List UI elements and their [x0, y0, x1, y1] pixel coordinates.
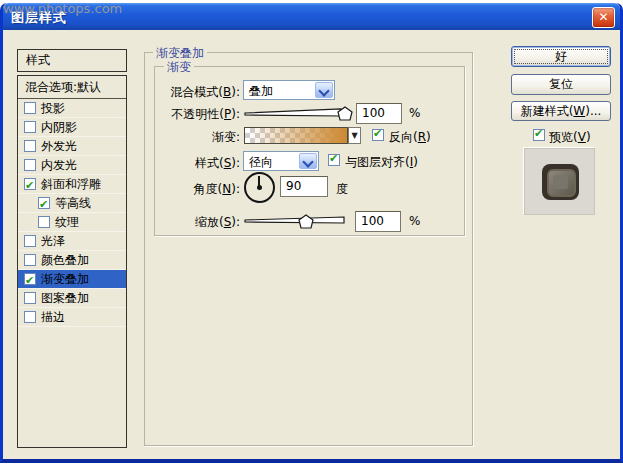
close-button[interactable]: ✕ — [592, 7, 615, 28]
sidebar-item-pattern-overlay[interactable]: 图案叠加 — [18, 289, 126, 308]
gradient-overlay-checkbox[interactable] — [24, 273, 36, 285]
scale-unit: % — [409, 214, 420, 228]
sidebar-item-label: 等高线 — [55, 196, 91, 210]
sidebar-item-gradient-overlay[interactable]: 渐变叠加 — [18, 270, 126, 289]
sidebar-item-color-overlay[interactable]: 颜色叠加 — [18, 251, 126, 270]
pattern-overlay-checkbox[interactable] — [24, 292, 36, 304]
ok-button[interactable]: 好 — [511, 46, 611, 67]
bevel-emboss-checkbox[interactable] — [24, 178, 36, 190]
sidebar-item-contour[interactable]: 等高线 — [18, 194, 126, 213]
angle-input[interactable]: 90 — [280, 176, 328, 197]
sidebar-item-label: 投影 — [41, 101, 65, 115]
sidebar-item-label: 描边 — [41, 310, 65, 324]
stroke-checkbox[interactable] — [24, 311, 36, 323]
angle-label: 角度(N): — [153, 181, 240, 198]
color-overlay-checkbox[interactable] — [24, 254, 36, 266]
outer-glow-checkbox[interactable] — [24, 140, 36, 152]
satin-checkbox[interactable] — [24, 235, 36, 247]
layer-style-dialog: 图层样式 ✕ 样式 混合选项:默认 投影 内阴影 外发光 内发光 — [0, 3, 623, 463]
sidebar-item-label: 内发光 — [41, 158, 77, 172]
watermark-text: www.photops.com — [3, 1, 122, 16]
sidebar-item-stroke[interactable]: 描边 — [18, 308, 126, 327]
chevron-down-icon[interactable] — [315, 82, 333, 98]
sidebar-item-label: 渐变叠加 — [41, 272, 89, 286]
sidebar-item-satin[interactable]: 光泽 — [18, 232, 126, 251]
inner-shadow-checkbox[interactable] — [24, 121, 36, 133]
sidebar-item-label: 外发光 — [41, 139, 77, 153]
effects-list: 混合选项:默认 投影 内阴影 外发光 内发光 斜面和浮雕 等高线 — [17, 75, 127, 448]
sidebar-item-blending-options[interactable]: 混合选项:默认 — [18, 76, 126, 99]
gradient-subgroup-title: 渐变 — [164, 59, 194, 76]
blend-mode-value: 叠加 — [249, 83, 273, 100]
gradient-swatch[interactable] — [244, 127, 348, 144]
sidebar-item-bevel-emboss[interactable]: 斜面和浮雕 — [18, 175, 126, 194]
scale-label: 缩放(S): — [153, 214, 240, 231]
gradient-dropdown-arrow-icon[interactable]: ▼ — [348, 127, 361, 144]
texture-checkbox[interactable] — [38, 216, 50, 228]
sidebar-item-outer-glow[interactable]: 外发光 — [18, 137, 126, 156]
sidebar-item-inner-shadow[interactable]: 内阴影 — [18, 118, 126, 137]
sidebar-item-drop-shadow[interactable]: 投影 — [18, 99, 126, 118]
inner-glow-checkbox[interactable] — [24, 159, 36, 171]
blend-mode-label: 混合模式(B): — [153, 84, 240, 101]
reverse-label: 反向(R) — [389, 129, 431, 146]
opacity-label: 不透明性(P): — [153, 106, 240, 123]
sidebar-item-inner-glow[interactable]: 内发光 — [18, 156, 126, 175]
preview-label: 预览(V) — [549, 129, 591, 146]
new-style-button[interactable]: 新建样式(W)... — [511, 101, 611, 121]
opacity-input[interactable]: 100 — [356, 103, 402, 124]
preview-thumbnail — [524, 148, 595, 215]
blend-mode-select[interactable]: 叠加 — [243, 80, 335, 100]
gradient-label: 渐变: — [153, 129, 240, 146]
layer-style-dialog-screenshot: 图层样式 ✕ 样式 混合选项:默认 投影 内阴影 外发光 内发光 — [0, 0, 623, 465]
reset-button[interactable]: 复位 — [511, 74, 611, 95]
styles-header-label: 样式 — [26, 53, 50, 67]
scale-input[interactable]: 100 — [355, 211, 401, 232]
drop-shadow-checkbox[interactable] — [24, 102, 36, 114]
angle-unit: 度 — [336, 181, 348, 198]
style-value: 径向 — [249, 154, 273, 171]
opacity-unit: % — [409, 106, 420, 120]
preview-checkbox[interactable] — [533, 129, 545, 141]
align-with-layer-label: 与图层对齐(I) — [345, 154, 418, 171]
angle-dial-icon[interactable] — [244, 172, 275, 203]
style-label: 样式(S): — [153, 155, 240, 172]
opacity-slider[interactable] — [244, 103, 359, 125]
sidebar-item-label: 颜色叠加 — [41, 253, 89, 267]
styles-header: 样式 — [17, 49, 127, 72]
sidebar-item-texture[interactable]: 纹理 — [18, 213, 126, 232]
scale-slider[interactable] — [244, 209, 349, 233]
sidebar-item-label: 纹理 — [55, 215, 79, 229]
chevron-down-icon[interactable] — [299, 153, 317, 169]
align-with-layer-checkbox[interactable] — [328, 154, 340, 166]
contour-checkbox[interactable] — [38, 197, 50, 209]
scale-slider-thumb — [299, 215, 313, 228]
style-select[interactable]: 径向 — [243, 151, 319, 171]
sidebar-item-label: 内阴影 — [41, 120, 77, 134]
sidebar-item-label: 斜面和浮雕 — [41, 177, 101, 191]
sidebar-item-label: 光泽 — [41, 234, 65, 248]
close-icon: ✕ — [598, 10, 608, 24]
reverse-checkbox[interactable] — [372, 129, 384, 141]
sidebar-item-label: 图案叠加 — [41, 291, 89, 305]
preview-button-image — [542, 164, 579, 200]
